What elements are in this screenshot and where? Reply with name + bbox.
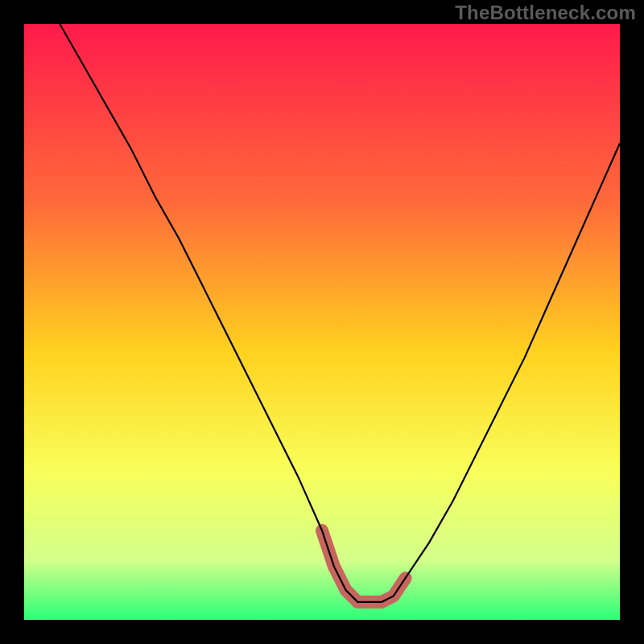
- bottleneck-chart: [24, 24, 620, 620]
- chart-frame: TheBottleneck.com: [0, 0, 644, 644]
- attribution-label: TheBottleneck.com: [455, 2, 636, 24]
- plot-area: [24, 24, 620, 620]
